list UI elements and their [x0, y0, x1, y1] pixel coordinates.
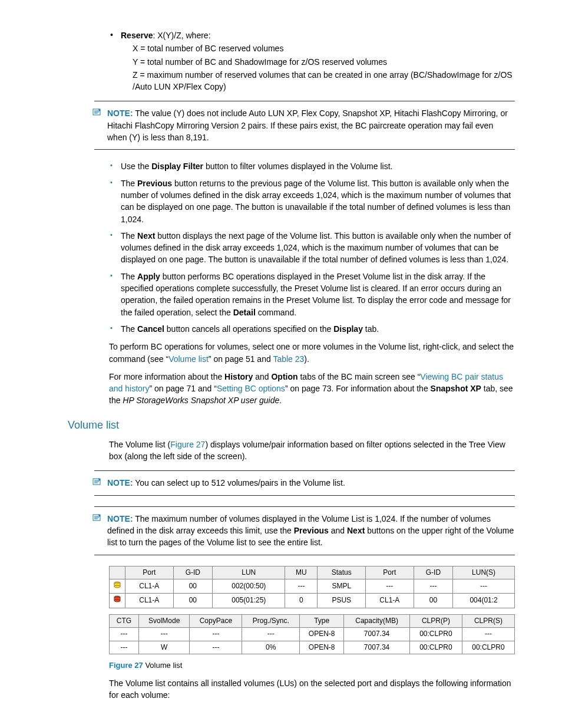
volume-list-intro: The Volume list (Figure 27) displays vol…: [109, 439, 515, 463]
volume-icon-red: [110, 594, 125, 608]
table-row: CL1-A 00 002(00:50) --- SMPL --- --- ---: [110, 579, 515, 593]
volume-list-heading: Volume list: [68, 417, 515, 433]
figure-number: Figure 27: [109, 661, 143, 670]
reserve-line-x: X = total number of BC reserved volumes: [133, 42, 515, 54]
table-header-row: CTG SvolMode CopyPace Prog./Sync. Type C…: [110, 614, 515, 627]
table-row: --- --- --- --- OPEN-8 7007.34 00:CLPR0 …: [110, 628, 515, 641]
reserve-bullet-list: Reserve: X(Y)/Z, where: X = total number…: [109, 29, 515, 93]
note-block-3: NOTE: The maximum number of volumes disp…: [94, 506, 515, 555]
svg-point-17: [114, 599, 120, 602]
svg-point-14: [114, 585, 120, 588]
bullet-next: The Next button displays the next page o…: [109, 230, 515, 266]
note-label: NOTE:: [107, 478, 133, 487]
table-row: --- W --- 0% OPEN-8 7007.34 00:CLPR0 00:…: [110, 641, 515, 654]
reserve-line-y: Y = total number of BC and ShadowImage f…: [133, 56, 515, 68]
note-block-1: NOTE: The value (Y) does not include Aut…: [94, 101, 515, 150]
link-setting-options[interactable]: Setting BC options: [217, 384, 285, 393]
note-icon: [92, 477, 103, 485]
link-figure-27[interactable]: Figure 27: [170, 440, 205, 449]
note-text: You can select up to 512 volumes/pairs i…: [133, 478, 345, 487]
table-row: CL1-A 00 005(01:25) 0 PSUS CL1-A 00 004(…: [110, 594, 515, 608]
note-label: NOTE:: [107, 108, 133, 118]
figure-caption: Figure 27 Volume list: [109, 660, 515, 671]
more-info-paragraph: For more information about the History a…: [109, 371, 515, 407]
figure-title: Volume list: [143, 661, 182, 670]
reserve-suffix: : X(Y)/Z, where:: [153, 31, 211, 40]
reserve-item: Reserve: X(Y)/Z, where: X = total number…: [109, 29, 515, 93]
after-figure-paragraph: The Volume list contains all installed v…: [109, 677, 515, 701]
bullet-cancel: The Cancel button cancels all operations…: [109, 323, 515, 335]
volume-table-1: Port G-ID LUN MU Status Port G-ID LUN(S)…: [109, 566, 515, 608]
bullet-apply: The Apply button performs BC operations …: [109, 271, 515, 318]
volume-list-figure: Port G-ID LUN MU Status Port G-ID LUN(S)…: [109, 566, 515, 654]
volume-icon-yellow: [110, 579, 125, 593]
note-label: NOTE:: [107, 514, 133, 523]
note-text: The value (Y) does not include Auto LUN …: [107, 108, 508, 142]
main-bullet-list: Use the Display Filter button to filter …: [109, 160, 515, 335]
volume-table-2: CTG SvolMode CopyPace Prog./Sync. Type C…: [109, 614, 515, 654]
note-icon: [92, 107, 103, 116]
note-block-2: NOTE: You can select up to 512 volumes/p…: [94, 470, 515, 495]
bullet-display-filter: Use the Display Filter button to filter …: [109, 160, 515, 172]
reserve-heading: Reserve: [121, 31, 153, 40]
bullet-previous: The Previous button returns to the previ…: [109, 177, 515, 225]
perform-ops-paragraph: To perform BC operations for volumes, se…: [109, 341, 515, 365]
link-volume-list[interactable]: Volume list: [168, 354, 209, 364]
table-header-row: Port G-ID LUN MU Status Port G-ID LUN(S): [110, 566, 515, 579]
note-icon: [92, 513, 103, 521]
reserve-line-z: Z = maximum number of reserved volumes t…: [133, 69, 515, 93]
link-table-23[interactable]: Table 23: [273, 354, 304, 364]
